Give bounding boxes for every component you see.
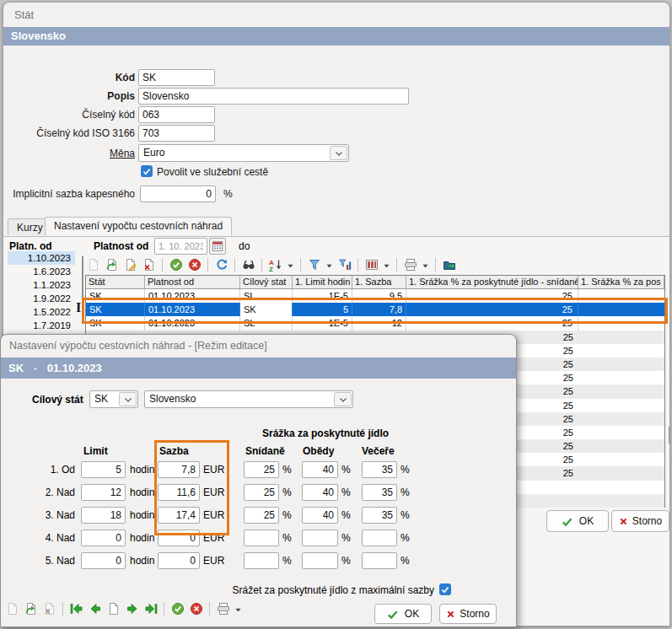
first-record-icon[interactable] bbox=[68, 601, 84, 616]
obedy-input[interactable] bbox=[302, 530, 338, 546]
limit-input[interactable] bbox=[81, 484, 126, 501]
print-icon[interactable] bbox=[215, 601, 231, 616]
mena-combo[interactable]: Euro bbox=[138, 144, 349, 162]
obedy-input[interactable] bbox=[302, 507, 338, 524]
target-state-code-combo[interactable]: SK bbox=[89, 390, 138, 408]
ok-button[interactable]: OK bbox=[546, 510, 609, 532]
column-header[interactable]: 1. Limit hodin bbox=[293, 276, 352, 288]
sort-az-icon[interactable] bbox=[267, 257, 283, 272]
delete-record-icon[interactable] bbox=[41, 601, 57, 616]
platnost-od-label: Platnost od bbox=[94, 240, 148, 252]
new-document-icon[interactable] bbox=[85, 257, 101, 272]
vecere-input[interactable] bbox=[362, 461, 397, 478]
vecere-input[interactable] bbox=[362, 484, 397, 501]
cancel-icon[interactable] bbox=[188, 601, 204, 616]
dialog-ok-button[interactable]: OK bbox=[374, 604, 432, 624]
percent-unit: % bbox=[341, 532, 351, 544]
vecere-column-label: Večeře bbox=[362, 445, 395, 457]
chevron-down-icon[interactable] bbox=[119, 392, 137, 406]
calendar-button[interactable] bbox=[209, 238, 226, 255]
sazba-input[interactable] bbox=[158, 461, 200, 478]
target-state-name-value: Slovensko bbox=[149, 393, 196, 405]
toolbar-separator bbox=[358, 258, 358, 271]
sazba-input[interactable] bbox=[158, 484, 200, 501]
popis-input[interactable] bbox=[138, 88, 409, 105]
column-header[interactable]: 1. Sazba bbox=[352, 276, 406, 288]
kod-input[interactable] bbox=[138, 69, 215, 86]
print-dropdown-icon[interactable] bbox=[421, 257, 430, 272]
snidane-input[interactable] bbox=[244, 461, 279, 478]
ciselny-kod-input[interactable] bbox=[138, 106, 215, 123]
columns-icon[interactable] bbox=[363, 257, 379, 272]
table-row-selected[interactable]: SK01.10.2023 SK5 7,825 bbox=[86, 303, 664, 316]
column-header[interactable]: 1. Srážka % za pos bbox=[578, 276, 664, 288]
filter-icon[interactable] bbox=[306, 257, 322, 272]
filter-dropdown-icon[interactable] bbox=[325, 257, 334, 272]
columns-dropdown-icon[interactable] bbox=[382, 257, 391, 272]
date-list-item[interactable]: 1.7.2019 bbox=[8, 319, 75, 332]
sazba-input[interactable] bbox=[158, 507, 200, 524]
limit-input[interactable] bbox=[81, 552, 126, 569]
confirm-icon[interactable] bbox=[168, 257, 184, 272]
tab-nastaveni-nahrad[interactable]: Nastavení vypočtu cestovních náhrad bbox=[45, 217, 232, 235]
table-row[interactable]: SK01.10.2023 SI1E-5 9,525 bbox=[86, 289, 664, 303]
copy-record-icon[interactable] bbox=[23, 601, 39, 616]
date-list-item[interactable]: 1.5.2022 bbox=[8, 305, 75, 319]
column-header[interactable]: Platnost od bbox=[145, 276, 240, 288]
print-dropdown-icon[interactable] bbox=[234, 601, 243, 616]
delete-record-icon[interactable] bbox=[141, 257, 157, 272]
limit-input[interactable] bbox=[81, 507, 126, 524]
new-document-icon[interactable] bbox=[4, 601, 20, 616]
deduct-max-rate-checkbox[interactable] bbox=[439, 583, 451, 595]
last-record-icon[interactable] bbox=[142, 601, 159, 616]
cancel-icon[interactable] bbox=[186, 257, 202, 272]
previous-record-icon[interactable] bbox=[87, 601, 103, 616]
column-header[interactable]: Stát bbox=[86, 276, 145, 288]
obedy-input[interactable] bbox=[302, 484, 338, 501]
sort-dropdown-icon[interactable] bbox=[286, 257, 295, 272]
kapesne-input[interactable] bbox=[140, 185, 216, 202]
snidane-input[interactable] bbox=[244, 484, 279, 501]
snidane-input[interactable] bbox=[244, 552, 279, 569]
limit-input[interactable] bbox=[81, 530, 126, 546]
confirm-icon[interactable] bbox=[169, 601, 185, 616]
chevron-down-icon[interactable] bbox=[334, 392, 352, 406]
date-list-item[interactable]: 1.9.2022 bbox=[8, 292, 75, 305]
filter-graph-icon[interactable] bbox=[336, 257, 352, 272]
povolit-checkbox[interactable] bbox=[141, 165, 153, 177]
date-list-item[interactable]: 1.1.2023 bbox=[8, 278, 75, 292]
dialog-storno-button[interactable]: Storno bbox=[439, 604, 497, 624]
print-icon[interactable] bbox=[402, 257, 418, 272]
date-list-item[interactable]: 1.10.2023 bbox=[8, 251, 75, 265]
copy-record-icon[interactable] bbox=[104, 257, 120, 272]
vecere-input[interactable] bbox=[362, 530, 397, 546]
snidane-input[interactable] bbox=[244, 507, 279, 524]
vecere-input[interactable] bbox=[362, 552, 397, 569]
storno-button[interactable]: Storno bbox=[611, 510, 669, 532]
next-record-icon[interactable] bbox=[124, 601, 140, 616]
date-list-item[interactable]: 1.6.2023 bbox=[8, 265, 75, 278]
sazba-input[interactable] bbox=[158, 552, 200, 569]
record-list-icon[interactable] bbox=[105, 601, 121, 616]
refresh-icon[interactable] bbox=[213, 257, 229, 272]
obedy-input[interactable] bbox=[302, 552, 338, 569]
chevron-down-icon[interactable] bbox=[330, 146, 347, 160]
sazba-input[interactable] bbox=[158, 530, 200, 546]
search-binoculars-icon[interactable] bbox=[240, 257, 256, 272]
iso-input[interactable] bbox=[138, 125, 215, 142]
platnost-od-input[interactable] bbox=[154, 238, 207, 255]
column-header[interactable]: Cílový stat bbox=[240, 276, 293, 288]
target-state-name-combo[interactable]: Slovensko bbox=[144, 390, 353, 408]
vecere-input[interactable] bbox=[362, 507, 397, 524]
scrollbar-thumb[interactable] bbox=[669, 427, 670, 444]
percent-unit: % bbox=[282, 487, 292, 498]
export-icon[interactable] bbox=[441, 257, 457, 272]
obedy-input[interactable] bbox=[302, 461, 338, 478]
column-header[interactable]: 1. Srážka % za poskytnuté jídlo - snídan… bbox=[406, 276, 578, 288]
limit-input[interactable] bbox=[81, 461, 126, 478]
snidane-input[interactable] bbox=[244, 530, 279, 546]
splitter-handle[interactable] bbox=[82, 256, 83, 312]
dialog-toolbar bbox=[4, 601, 243, 616]
table-row[interactable]: SK01.10.2023 SL1E-5 1225 bbox=[86, 316, 664, 330]
edit-record-icon[interactable] bbox=[122, 257, 138, 272]
